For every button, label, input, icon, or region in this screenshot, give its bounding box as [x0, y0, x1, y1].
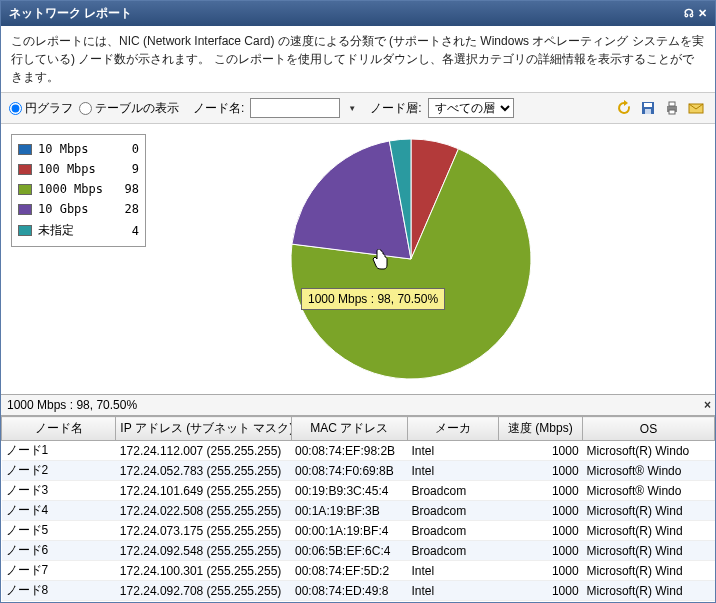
radio-pie[interactable]: 円グラフ: [9, 100, 73, 117]
cell-mac: 00:06:5B:EF:6C:4: [291, 541, 407, 561]
legend-label: 100 Mbps: [38, 162, 113, 176]
cell-speed: 1000: [498, 481, 582, 501]
cell-mac: 00:08:74:F0:69:8B: [291, 461, 407, 481]
cell-os: Microsoft® Windo: [583, 481, 715, 501]
titlebar-controls: ☊ ✕: [684, 7, 707, 20]
close-icon[interactable]: ✕: [698, 7, 707, 20]
cell-os: Microsoft(R) Wind: [583, 501, 715, 521]
radio-table-input[interactable]: [79, 102, 92, 115]
cell-speed: 1000: [498, 581, 582, 601]
collapse-icon[interactable]: ☊: [684, 7, 694, 20]
report-description: このレポートには、NIC (Network Interface Card) の速…: [1, 26, 715, 92]
legend-item[interactable]: 未指定4: [18, 219, 139, 242]
cell-node: ノード8: [2, 581, 116, 601]
cell-maker: Intel: [407, 461, 498, 481]
chart-tooltip: 1000 Mbps : 98, 70.50%: [301, 288, 445, 310]
cell-speed: 1000: [498, 501, 582, 521]
cell-speed: 1000: [498, 441, 582, 461]
cell-mac: 00:08:74:ED:49:8: [291, 581, 407, 601]
cell-ip: 172.24.052.783 (255.255.255): [116, 461, 291, 481]
chevron-down-icon[interactable]: ▼: [348, 104, 356, 113]
cell-os: Microsoft(R) Wind: [583, 561, 715, 581]
legend-value: 98: [119, 182, 139, 196]
cell-maker: Intel: [407, 561, 498, 581]
cell-mac: 00:00:1A:19:BF:4: [291, 521, 407, 541]
legend-label: 1000 Mbps: [38, 182, 113, 196]
col-mac[interactable]: MAC アドレス: [291, 417, 407, 441]
pie-chart[interactable]: [281, 129, 541, 389]
cell-maker: Intel: [407, 441, 498, 461]
col-maker[interactable]: メーカ: [407, 417, 498, 441]
legend-item[interactable]: 10 Gbps28: [18, 199, 139, 219]
cell-mac: 00:08:74:EF:5D:2: [291, 561, 407, 581]
table-body: ノード1172.24.112.007 (255.255.255)00:08:74…: [2, 441, 715, 604]
legend-swatch: [18, 144, 32, 155]
cell-os: Microsoft(R) Wind: [583, 541, 715, 561]
cell-mac: 00:08:74:EF:98:2B: [291, 441, 407, 461]
cell-mac: 00:19:B9:3C:45:4: [291, 481, 407, 501]
cell-node: ノード1: [2, 441, 116, 461]
chart-legend: 10 Mbps0100 Mbps91000 Mbps9810 Gbps28未指定…: [11, 134, 146, 247]
col-speed[interactable]: 速度 (Mbps): [498, 417, 582, 441]
cell-maker: Broadcom: [407, 481, 498, 501]
legend-value: 9: [119, 162, 139, 176]
legend-label: 10 Gbps: [38, 202, 113, 216]
legend-item[interactable]: 1000 Mbps98: [18, 179, 139, 199]
table-row[interactable]: ノード2172.24.052.783 (255.255.255)00:08:74…: [2, 461, 715, 481]
legend-swatch: [18, 225, 32, 236]
cell-ip: 172.24.092.708 (255.255.255): [116, 581, 291, 601]
cell-ip: 172.24.112.007 (255.255.255): [116, 441, 291, 461]
data-grid[interactable]: ノード名 IP アドレス (サブネット マスク) MAC アドレス メーカ 速度…: [1, 415, 715, 603]
radio-pie-input[interactable]: [9, 102, 22, 115]
table-row[interactable]: ノード3172.24.101.649 (255.255.255)00:19:B9…: [2, 481, 715, 501]
legend-swatch: [18, 184, 32, 195]
node-name-input[interactable]: [250, 98, 340, 118]
svg-rect-2: [645, 109, 651, 114]
cell-os: Microsoft(R) Wind: [583, 521, 715, 541]
cell-node: ノード6: [2, 541, 116, 561]
col-node[interactable]: ノード名: [2, 417, 116, 441]
cell-speed: 1000: [498, 461, 582, 481]
table-row[interactable]: ノード8172.24.092.708 (255.255.255)00:08:74…: [2, 581, 715, 601]
email-button[interactable]: [685, 97, 707, 119]
legend-value: 4: [119, 224, 139, 238]
radio-table[interactable]: テーブルの表示: [79, 100, 179, 117]
col-os[interactable]: OS: [583, 417, 715, 441]
cell-maker: Broadcom: [407, 501, 498, 521]
cell-ip: 172.24.092.548 (255.255.255): [116, 541, 291, 561]
cell-ip: 172.24.101.649 (255.255.255): [116, 481, 291, 501]
cell-speed: 1000: [498, 521, 582, 541]
legend-value: 0: [119, 142, 139, 156]
cell-speed: 1000: [498, 561, 582, 581]
table-row[interactable]: ノード4172.24.022.508 (255.255.255)00:1A:19…: [2, 501, 715, 521]
cell-maker: Intel: [407, 581, 498, 601]
col-ip[interactable]: IP アドレス (サブネット マスク): [116, 417, 291, 441]
legend-label: 10 Mbps: [38, 142, 113, 156]
cell-ip: 172.24.022.508 (255.255.255): [116, 501, 291, 521]
svg-rect-5: [669, 110, 675, 114]
legend-label: 未指定: [38, 222, 113, 239]
cell-node: ノード5: [2, 521, 116, 541]
table-row[interactable]: ノード6172.24.092.548 (255.255.255)00:06:5B…: [2, 541, 715, 561]
refresh-button[interactable]: [613, 97, 635, 119]
legend-item[interactable]: 10 Mbps0: [18, 139, 139, 159]
toolbar: 円グラフ テーブルの表示 ノード名: ▼ ノード層: すべての層: [1, 92, 715, 124]
table-row[interactable]: ノード5172.24.073.175 (255.255.255)00:00:1A…: [2, 521, 715, 541]
cell-node: ノード4: [2, 501, 116, 521]
cell-mac: 00:1A:19:BF:3B: [291, 501, 407, 521]
cell-speed: 1000: [498, 541, 582, 561]
node-layer-select[interactable]: すべての層: [428, 98, 514, 118]
node-layer-label: ノード層:: [370, 100, 421, 117]
print-button[interactable]: [661, 97, 683, 119]
save-button[interactable]: [637, 97, 659, 119]
table-row[interactable]: ノード7172.24.100.301 (255.255.255)00:08:74…: [2, 561, 715, 581]
titlebar: ネットワーク レポート ☊ ✕: [1, 1, 715, 26]
cell-ip: 172.24.073.175 (255.255.255): [116, 521, 291, 541]
svg-rect-4: [669, 102, 675, 106]
cell-os: Microsoft(R) Wind: [583, 581, 715, 601]
table-row[interactable]: ノード1172.24.112.007 (255.255.255)00:08:74…: [2, 441, 715, 461]
chart-area: 10 Mbps0100 Mbps91000 Mbps9810 Gbps28未指定…: [1, 124, 715, 394]
legend-item[interactable]: 100 Mbps9: [18, 159, 139, 179]
cell-node: ノード7: [2, 561, 116, 581]
table-close-icon[interactable]: ×: [704, 398, 711, 412]
